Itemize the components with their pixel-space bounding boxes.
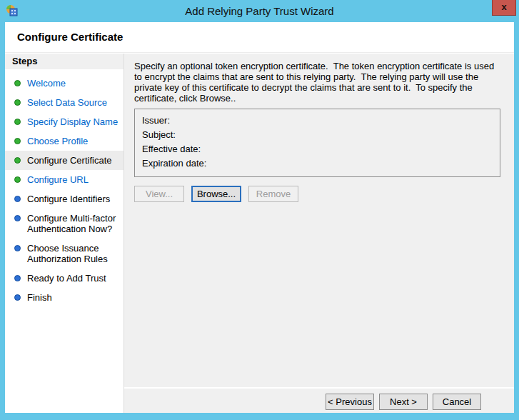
step-completed-dot-icon (14, 99, 21, 106)
step-configure-identifiers: Configure Identifiers (5, 189, 124, 209)
next-button[interactable]: Next > (379, 394, 428, 410)
browse-button[interactable]: Browse... (191, 186, 241, 202)
wizard-window: Add Relying Party Trust Wizard x Configu… (0, 0, 519, 420)
expiration-date-label: Expiration date: (142, 158, 206, 169)
step-choose-issuance-rules: Choose Issuance Authorization Rules (5, 239, 124, 269)
previous-button[interactable]: < Previous (326, 394, 374, 410)
step-welcome[interactable]: Welcome (5, 74, 124, 93)
step-upcoming-dot-icon (14, 215, 21, 221)
step-choose-profile[interactable]: Choose Profile (5, 131, 124, 151)
steps-sidebar: Steps Welcome Select Data Source Specify… (5, 54, 124, 413)
step-upcoming-dot-icon (14, 275, 21, 281)
remove-button: Remove (248, 186, 298, 202)
close-button[interactable]: x (492, 0, 516, 16)
step-completed-dot-icon (14, 176, 21, 183)
step-specify-display-name[interactable]: Specify Display Name (5, 112, 124, 131)
step-upcoming-dot-icon (14, 245, 21, 251)
dialog-panel: Configure Certificate Steps Welcome Sele… (5, 22, 514, 413)
step-upcoming-dot-icon (14, 294, 21, 301)
title-bar[interactable]: Add Relying Party Trust Wizard x (0, 0, 519, 22)
page-title: Configure Certificate (5, 22, 514, 43)
step-current-dot-icon (14, 157, 21, 164)
window-title: Add Relying Party Trust Wizard (0, 5, 519, 17)
step-upcoming-dot-icon (14, 196, 21, 202)
step-configure-certificate: Configure Certificate (5, 151, 124, 170)
step-completed-dot-icon (14, 119, 21, 125)
steps-heading: Steps (5, 54, 124, 69)
cancel-button[interactable]: Cancel (433, 394, 481, 410)
page-header: Configure Certificate (5, 22, 514, 53)
wizard-footer: < Previous Next > Cancel (124, 387, 514, 413)
issuer-label: Issuer: (142, 115, 170, 126)
step-configure-multifactor: Configure Multi-factor Authentication No… (5, 209, 124, 239)
step-finish: Finish (5, 288, 124, 307)
effective-date-label: Effective date: (142, 144, 201, 154)
instruction-text: Specify an optional token encryption cer… (134, 61, 500, 104)
content-area: Specify an optional token encryption cer… (124, 54, 514, 413)
steps-list: Welcome Select Data Source Specify Displ… (5, 69, 124, 307)
subject-label: Subject: (142, 129, 176, 140)
view-button: View... (134, 186, 184, 202)
step-ready-to-add-trust: Ready to Add Trust (5, 269, 124, 288)
certificate-details-box: Issuer: Subject: Effective date: Ex (134, 109, 500, 177)
step-configure-url[interactable]: Configure URL (5, 170, 124, 189)
step-completed-dot-icon (14, 80, 21, 86)
step-completed-dot-icon (14, 138, 21, 144)
step-select-data-source[interactable]: Select Data Source (5, 93, 124, 112)
